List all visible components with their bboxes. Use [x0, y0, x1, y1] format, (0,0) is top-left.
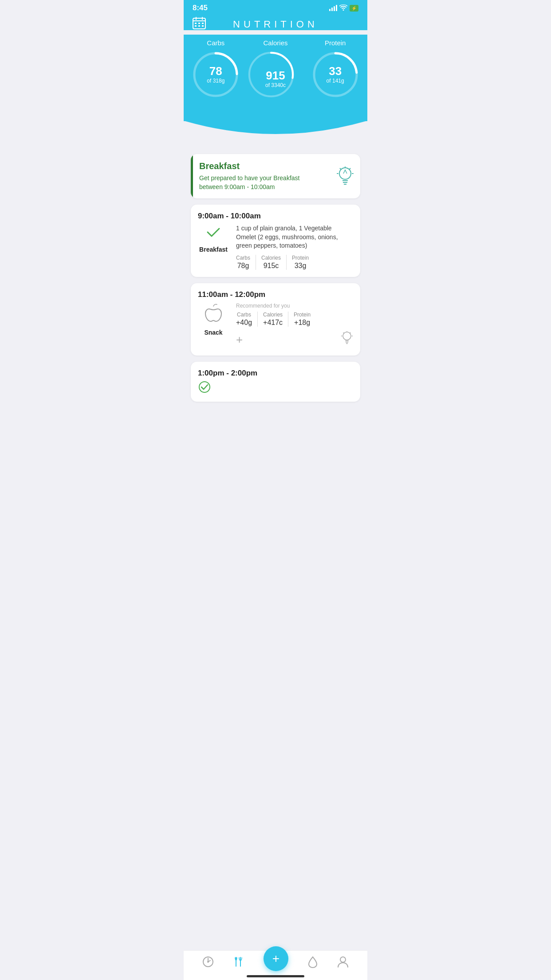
breakfast-tip-card: Breakfast Get prepared to have your Brea…: [191, 154, 360, 198]
svg-rect-7: [195, 25, 197, 27]
breakfast-description: 1 cup of plain granola, 1 Vegetable Omel…: [236, 224, 353, 250]
snack-calories: Calories +417c: [258, 312, 288, 327]
wave-divider: [184, 121, 367, 148]
signal-icon: [329, 5, 337, 11]
snack-protein: Protein +18g: [288, 312, 316, 327]
carbs-ring: 78 of 318g: [191, 50, 240, 99]
header: NUTRITION: [184, 14, 367, 30]
wifi-icon: [339, 4, 347, 12]
carbs-circle: Carbs 78 of 318g: [191, 39, 240, 99]
breakfast-time: 9:00am - 10:00am: [198, 212, 353, 221]
breakfast-body: Breakfast 1 cup of plain granola, 1 Vege…: [198, 224, 353, 270]
breakfast-nutrients: Carbs 78g Calories 915c Protein 33g: [236, 255, 353, 270]
snack-time: 11:00am - 12:00pm: [198, 290, 353, 299]
protein-circle: Protein 33 of 141g: [311, 39, 360, 99]
tip-content: Breakfast Get prepared to have your Brea…: [193, 154, 330, 198]
breakfast-right: 1 cup of plain granola, 1 Vegetable Omel…: [236, 224, 353, 270]
lunch-card[interactable]: 1:00pm - 2:00pm: [191, 362, 360, 402]
snack-nutrients: Carbs +40g Calories +417c Protein +18g: [236, 312, 353, 327]
protein-ring: 33 of 141g: [311, 50, 360, 99]
apple-icon: [205, 303, 222, 326]
snack-card[interactable]: 11:00am - 12:00pm Snack Recommended for …: [191, 283, 360, 356]
breakfast-label: Breakfast: [199, 246, 228, 253]
calories-label: Calories: [263, 39, 287, 47]
calories-ring: 915 of 3340c: [247, 50, 304, 108]
nutrition-summary: Carbs 78 of 318g Calories 915 of 3340c: [184, 35, 367, 121]
carbs-label: Carbs: [207, 39, 224, 47]
header-top: NUTRITION: [193, 19, 358, 30]
snack-actions: +: [236, 331, 353, 348]
snack-recommended: Recommended for you: [236, 303, 353, 309]
breakfast-carbs: Carbs 78g: [236, 255, 256, 270]
breakfast-left: Breakfast: [198, 224, 229, 270]
svg-point-34: [199, 382, 210, 392]
svg-line-30: [350, 332, 350, 333]
svg-rect-5: [198, 23, 200, 24]
calendar-icon[interactable]: [193, 17, 206, 32]
main-content: Breakfast Get prepared to have your Brea…: [184, 147, 367, 452]
svg-rect-9: [202, 25, 204, 27]
lunch-icon: [198, 380, 211, 395]
snack-carbs: Carbs +40g: [236, 312, 258, 327]
snack-lightbulb-icon[interactable]: [341, 331, 353, 348]
snack-body: Snack Recommended for you Carbs +40g Cal…: [198, 303, 353, 348]
lunch-time: 1:00pm - 2:00pm: [198, 369, 353, 378]
svg-line-21: [350, 168, 350, 169]
breakfast-meal-card[interactable]: 9:00am - 10:00am Breakfast 1 cup of plai…: [191, 205, 360, 277]
svg-rect-6: [202, 23, 204, 24]
check-icon: [205, 224, 221, 243]
status-bar: 8:45 ⚡: [184, 0, 367, 14]
status-icons: ⚡: [329, 4, 358, 12]
svg-line-32: [343, 332, 344, 333]
svg-rect-8: [198, 25, 200, 27]
snack-left: Snack: [198, 303, 229, 348]
calories-circle: Calories 915 of 3340c: [247, 39, 304, 108]
protein-label: Protein: [325, 39, 346, 47]
page-title: NUTRITION: [233, 19, 318, 30]
snack-label: Snack: [204, 329, 222, 336]
status-time: 8:45: [193, 4, 208, 12]
tip-title: Breakfast: [199, 161, 324, 171]
snack-right: Recommended for you Carbs +40g Calories …: [236, 303, 353, 348]
breakfast-protein: Protein 33g: [287, 255, 314, 270]
breakfast-calories: Calories 915c: [256, 255, 287, 270]
svg-rect-4: [195, 23, 197, 24]
tip-lightbulb-icon: [330, 154, 360, 198]
svg-line-23: [340, 168, 341, 169]
tip-text: Get prepared to have your Breakfast betw…: [199, 174, 324, 191]
battery-icon: ⚡: [350, 5, 358, 12]
add-snack-button[interactable]: +: [236, 333, 243, 347]
